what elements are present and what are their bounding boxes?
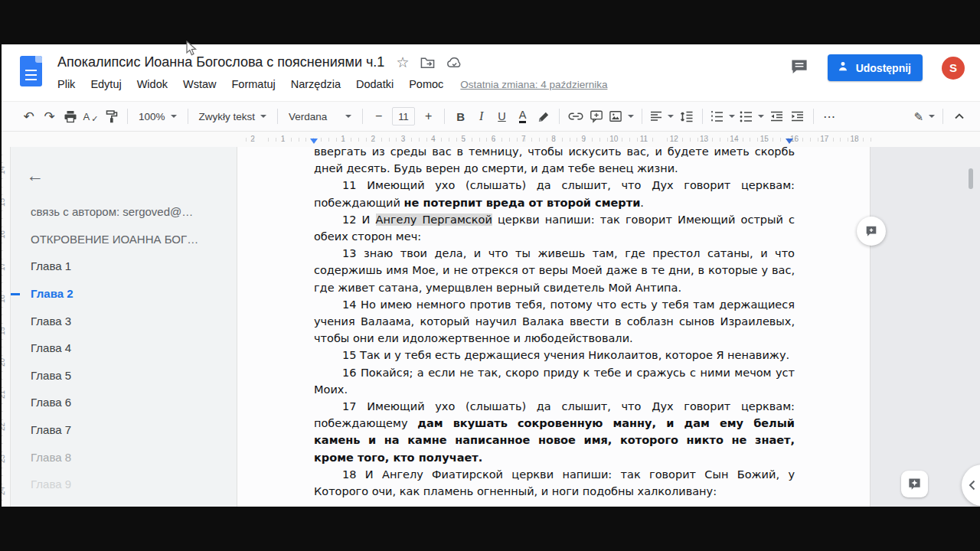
h-ruler-number: 10	[609, 135, 618, 143]
outline-item-3[interactable]: Глава 1	[31, 253, 230, 280]
h-ruler-number: 3	[401, 135, 406, 143]
spellcheck-button[interactable]: A✓	[80, 106, 101, 127]
menu-item-5[interactable]: Formatuj	[231, 78, 275, 90]
bold-button[interactable]: B	[450, 106, 471, 127]
h-ruler-number: 18	[851, 135, 859, 143]
content-area: 1415161718192021222324 ← связь с автором…	[0, 147, 980, 507]
document-page[interactable]: ввергать из среды вас в темницу, чтобы и…	[237, 147, 871, 507]
menu-items: PlikEdytujWidokWstawFormatujNarzędziaDod…	[57, 78, 443, 90]
paragraph-9: 18 И Ангелу Фиатирской церкви напиши: та…	[314, 466, 795, 500]
left-indent-marker[interactable]	[310, 139, 318, 144]
chevron-down-icon	[345, 115, 351, 118]
paragraph-1: ввергать из среды вас в темницу, чтобы и…	[314, 147, 795, 177]
insert-image-button[interactable]	[606, 106, 636, 127]
h-ruler-number: 14	[730, 135, 738, 143]
divider	[559, 109, 560, 124]
chevron-down-icon	[260, 115, 266, 118]
outline-item-1[interactable]: связь с автором: sergoved@…	[31, 198, 230, 226]
paint-format-button[interactable]	[101, 106, 122, 127]
font-size-input[interactable]: 11	[392, 107, 415, 126]
menu-item-3[interactable]: Widok	[137, 78, 168, 90]
outline-item-2[interactable]: ОТКРОВЕНИЕ ИОАННА БОГ…	[31, 226, 230, 253]
outline-sidebar: ← связь с автором: sergoved@…ОТКРОВЕНИЕ …	[11, 147, 237, 507]
text-color-button[interactable]: A	[512, 106, 533, 127]
docs-logo-icon[interactable]	[20, 56, 42, 86]
align-button[interactable]	[648, 106, 676, 127]
google-docs-app: Апокалипсис Иоанна Богослова с пояснения…	[0, 44, 980, 507]
outline-item-6[interactable]: Глава 4	[31, 334, 230, 362]
increase-font-button[interactable]: +	[418, 106, 439, 127]
star-icon[interactable]: ☆	[396, 54, 409, 71]
h-ruler-number: 2	[250, 135, 255, 143]
divider	[942, 109, 943, 124]
h-ruler-number: 2	[371, 135, 376, 143]
outline-item-9[interactable]: Глава 7	[31, 416, 230, 444]
undo-button[interactable]: ↶	[18, 106, 39, 127]
vertical-ruler: 1415161718192021222324	[0, 147, 11, 507]
right-indent-marker[interactable]	[786, 139, 793, 144]
italic-button[interactable]: I	[471, 106, 492, 127]
share-button-label: Udostępnij	[856, 62, 911, 74]
decrease-font-button[interactable]: −	[368, 106, 389, 127]
outline-item-7[interactable]: Глава 5	[31, 362, 230, 390]
outline-item-5[interactable]: Глава 3	[31, 307, 230, 334]
zoom-select[interactable]: 100%	[133, 106, 182, 127]
menu-item-2[interactable]: Edytuj	[90, 78, 121, 90]
menu-item-1[interactable]: Plik	[57, 78, 75, 90]
divider	[277, 109, 278, 124]
font-select[interactable]: Verdana	[283, 106, 357, 127]
text-style-select[interactable]: Zwykły tekst	[194, 106, 273, 127]
document-title[interactable]: Апокалипсис Иоанна Богослова с пояснения…	[57, 54, 384, 70]
outline-item-4[interactable]: Глава 2	[31, 280, 230, 308]
redo-button[interactable]: ↷	[39, 106, 60, 127]
comment-history-icon[interactable]	[790, 58, 808, 78]
print-button[interactable]	[60, 106, 80, 127]
h-ruler-number: 13	[700, 135, 708, 143]
screen: Апокалипсис Иоанна Богослова с пояснения…	[0, 0, 980, 551]
move-folder-icon[interactable]	[420, 57, 435, 69]
cloud-saved-icon[interactable]	[446, 57, 462, 69]
h-ruler-number: 6	[492, 135, 496, 143]
insert-link-button[interactable]	[565, 106, 586, 127]
avatar[interactable]: S	[942, 57, 965, 80]
scrollbar-thumb[interactable]	[969, 168, 973, 189]
line-spacing-button[interactable]	[676, 106, 697, 127]
share-button[interactable]: Udostępnij	[828, 54, 923, 81]
outline-item-10[interactable]: Глава 8	[31, 443, 230, 471]
h-ruler-number: 12	[670, 135, 678, 143]
hide-menus-button[interactable]	[949, 106, 969, 127]
add-comment-margin-button[interactable]	[857, 217, 886, 246]
h-ruler-number: 7	[521, 135, 526, 143]
header-right: Udostępnij S	[790, 54, 965, 81]
numbered-list-button[interactable]	[708, 106, 737, 127]
divider	[444, 109, 445, 124]
close-outline-icon[interactable]: ←	[26, 167, 44, 184]
letterbox-bottom	[0, 507, 980, 551]
left-edge	[0, 44, 2, 507]
menu-item-8[interactable]: Pomoc	[409, 78, 443, 90]
explore-button[interactable]	[901, 471, 928, 497]
more-toolbar-button[interactable]: ⋯	[819, 106, 840, 127]
underline-button[interactable]: U	[492, 106, 512, 127]
increase-indent-button[interactable]	[787, 106, 808, 127]
menu-item-6[interactable]: Narzędzia	[291, 78, 341, 90]
document-text[interactable]: ввергать из среды вас в темницу, чтобы и…	[314, 147, 795, 500]
outline-item-11[interactable]: Глава 9	[31, 471, 230, 498]
highlight-color-button[interactable]	[533, 106, 554, 127]
editing-mode-button[interactable]: ✎	[911, 106, 937, 127]
menu-item-4[interactable]: Wstaw	[183, 78, 217, 90]
paragraph-8: 17 Имеющий ухо (слышать) да слышит, что …	[314, 398, 795, 466]
last-edit-link[interactable]: Ostatnia zmiana: 4 października	[460, 79, 607, 90]
bulleted-list-button[interactable]	[737, 106, 766, 127]
h-ruler-number: 15	[760, 135, 769, 143]
add-comment-button[interactable]	[586, 106, 606, 127]
h-ruler-number: 1	[281, 135, 286, 143]
chevron-down-icon	[729, 115, 735, 118]
divider	[127, 109, 128, 124]
menu-item-7[interactable]: Dodatki	[356, 78, 394, 90]
h-ruler-number: 17	[820, 135, 828, 143]
paragraph-7: 16 Покайся; а если не так, скоро приду к…	[314, 364, 795, 398]
outline-item-8[interactable]: Глава 6	[31, 389, 230, 416]
decrease-indent-button[interactable]	[766, 106, 787, 127]
collapse-panel-button[interactable]	[962, 465, 980, 506]
